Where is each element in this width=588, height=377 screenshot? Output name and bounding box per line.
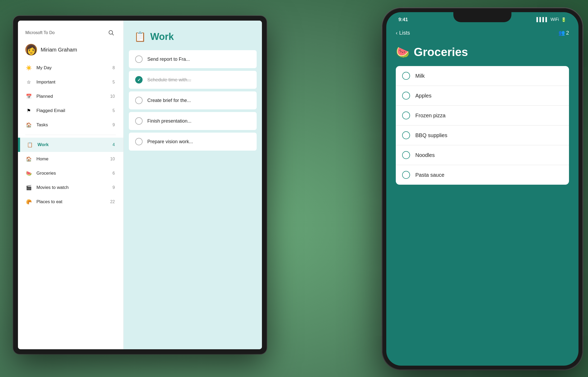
sidebar-count-tasks: 9 (112, 123, 115, 127)
grocery-checkbox[interactable] (402, 131, 410, 139)
user-name: Miriam Graham (41, 47, 77, 53)
task-checkbox-checked[interactable] (135, 76, 143, 83)
grocery-text: Milk (415, 73, 425, 79)
grocery-item-bbq-supplies[interactable]: BBQ supplies (396, 125, 569, 145)
work-icon: 📋 (26, 141, 33, 148)
task-item[interactable]: Prepare vision work... (129, 133, 257, 151)
grocery-text: Pasta sauce (415, 172, 444, 178)
task-text: Schedule time with... (147, 77, 191, 83)
phone-nav-count: 2 (566, 30, 569, 36)
house-icon: 🏠 (25, 156, 32, 162)
task-checkbox[interactable] (135, 97, 143, 104)
grocery-checkbox[interactable] (402, 151, 410, 159)
signal-icon: ▌▌▌▌ (537, 17, 548, 22)
grocery-checkbox[interactable] (402, 171, 410, 179)
task-item[interactable]: Schedule time with... (129, 71, 257, 89)
sidebar-label-groceries: Groceries (36, 171, 108, 176)
battery-icon: 🔋 (561, 17, 566, 22)
active-indicator (19, 138, 20, 152)
sidebar-nav: ☀️ My Day 8 ☆ Important 5 📅 Planned 10 (18, 61, 123, 349)
sidebar-item-places[interactable]: 🥐 Places to eat 22 (18, 195, 123, 209)
chevron-left-icon: ‹ (396, 30, 398, 36)
wifi-icon: WiFi (551, 17, 559, 22)
task-checkbox[interactable] (135, 55, 143, 63)
sidebar-count-my-day: 8 (112, 66, 115, 70)
phone-list-header: 🍉 Groceries (396, 45, 569, 59)
phone-list-emoji: 🍉 (396, 46, 410, 59)
sidebar-count-important: 5 (112, 80, 115, 85)
main-panel: 📋 Work Send report to Fra... Schedule ti… (124, 21, 262, 349)
sidebar-label-important: Important (36, 80, 108, 85)
task-item[interactable]: Create brief for the... (129, 91, 257, 109)
phone-device: 9:41 ▌▌▌▌ WiFi 🔋 ‹ Lists 👥 2 🍉 Groceries (382, 8, 583, 370)
sidebar-item-work[interactable]: 📋 Work 4 (18, 138, 123, 152)
sidebar-header: Microsoft To Do (18, 21, 123, 42)
grocery-checkbox[interactable] (402, 92, 410, 100)
grocery-text: BBQ supplies (415, 132, 447, 138)
phone-task-list: Milk Apples Frozen pizza BBQ supplies (396, 66, 569, 185)
status-time: 9:41 (396, 17, 408, 22)
grocery-text: Frozen pizza (415, 113, 446, 119)
sidebar-label-work: Work (37, 142, 108, 147)
food-icon: 🥐 (25, 198, 32, 205)
list-header-emoji: 📋 (134, 31, 146, 42)
user-row: Miriam Graham (18, 42, 123, 61)
task-item[interactable]: Finish presentation... (129, 112, 257, 130)
list-header-title: Work (150, 31, 174, 42)
phone-nav-bar: ‹ Lists 👥 2 (386, 27, 578, 40)
sidebar-item-planned[interactable]: 📅 Planned 10 (18, 89, 123, 104)
sidebar-label-tasks: Tasks (36, 122, 108, 128)
sidebar-item-important[interactable]: ☆ Important 5 (18, 75, 123, 89)
sidebar-count-work: 4 (112, 142, 115, 147)
home-icon: 🏠 (25, 122, 32, 128)
grocery-checkbox[interactable] (402, 111, 410, 119)
task-text: Finish presentation... (147, 118, 191, 124)
grocery-item-frozen-pizza[interactable]: Frozen pizza (396, 106, 569, 125)
svg-line-1 (112, 34, 114, 35)
sidebar-label-flagged-email: Flagged Email (36, 108, 108, 113)
calendar-icon: 📅 (25, 93, 32, 100)
task-item[interactable]: Send report to Fra... (129, 50, 257, 68)
watermelon-icon: 🍉 (25, 170, 32, 177)
sidebar-count-home: 10 (110, 157, 115, 161)
grocery-item-pasta-sauce[interactable]: Pasta sauce (396, 165, 569, 185)
grocery-text: Apples (415, 93, 431, 99)
sidebar-count-planned: 10 (110, 94, 115, 99)
search-button[interactable] (106, 28, 116, 38)
grocery-text: Noodles (415, 152, 435, 158)
sidebar-item-my-day[interactable]: ☀️ My Day 8 (18, 61, 123, 75)
sidebar-label-my-day: My Day (36, 65, 108, 71)
app-title: Microsoft To Do (25, 30, 55, 35)
sun-icon: ☀️ (25, 64, 32, 71)
sidebar-count-places: 22 (110, 199, 115, 204)
task-checkbox[interactable] (135, 138, 143, 145)
avatar (25, 44, 37, 55)
sidebar-count-movies: 9 (112, 185, 115, 190)
phone-content: 🍉 Groceries Milk Apples Frozen pizza (386, 40, 578, 185)
sidebar-item-tasks[interactable]: 🏠 Tasks 9 (18, 118, 123, 132)
sidebar-label-home: Home (36, 156, 106, 162)
sidebar-item-home[interactable]: 🏠 Home 10 (18, 152, 123, 166)
phone-share-button[interactable]: 👥 2 (558, 30, 569, 36)
nav-divider (25, 135, 116, 135)
phone-back-button[interactable]: ‹ Lists (396, 30, 410, 36)
sidebar-count-groceries: 6 (112, 171, 115, 176)
sidebar-item-groceries[interactable]: 🍉 Groceries 6 (18, 166, 123, 180)
phone-screen: 9:41 ▌▌▌▌ WiFi 🔋 ‹ Lists 👥 2 🍉 Groceries (386, 12, 578, 366)
sidebar-label-planned: Planned (36, 94, 106, 99)
grocery-checkbox[interactable] (402, 72, 410, 80)
sidebar: Microsoft To Do Miriam Graham ☀️ (18, 21, 124, 349)
task-text: Create brief for the... (147, 98, 191, 103)
grocery-item-milk[interactable]: Milk (396, 66, 569, 86)
sidebar-item-flagged-email[interactable]: ⚑ Flagged Email 5 (18, 104, 123, 118)
sidebar-count-flagged-email: 5 (112, 108, 115, 113)
list-header: 📋 Work (124, 21, 262, 50)
sidebar-label-movies: Movies to watch (36, 185, 108, 190)
task-list: Send report to Fra... Schedule time with… (124, 50, 262, 349)
star-icon: ☆ (25, 79, 32, 86)
sidebar-item-movies[interactable]: 🎬 Movies to watch 9 (18, 180, 123, 195)
grocery-item-noodles[interactable]: Noodles (396, 145, 569, 165)
task-checkbox[interactable] (135, 117, 143, 125)
grocery-item-apples[interactable]: Apples (396, 86, 569, 106)
avatar-image (25, 44, 37, 55)
